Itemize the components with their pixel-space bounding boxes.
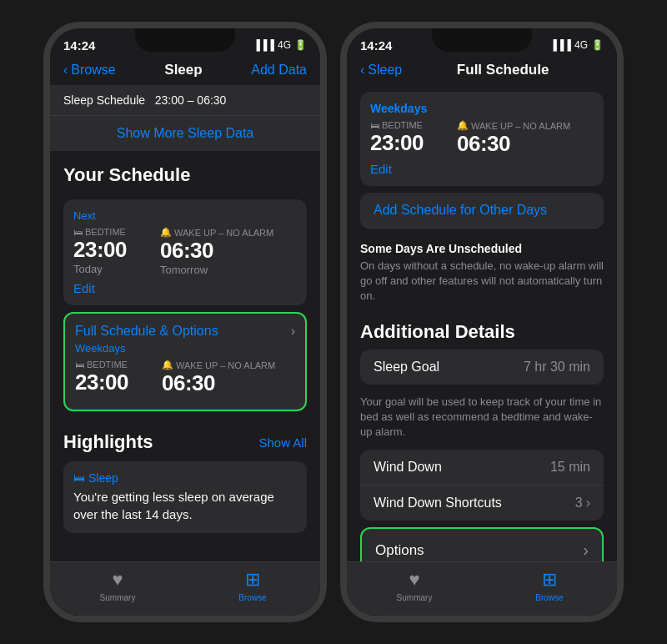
full-schedule-times: 🛏 BEDTIME 23:00 🔔 WAKE UP – NO ALARM 06:… (75, 360, 295, 396)
notch-right (432, 28, 532, 52)
sleep-highlight-text: You're getting less sleep on average ove… (73, 488, 297, 523)
browse-tab-label-right: Browse (535, 593, 563, 602)
network-type-right: 4G (574, 39, 588, 51)
heart-icon-right: ♥ (409, 569, 419, 591)
wakeup-col: 🔔 WAKE UP – NO ALARM 06:30 Tomorrow (160, 227, 273, 276)
bed-icon: 🛏 (73, 227, 83, 237)
tab-bar-right: ♥ Summary ⊞ Browse (347, 561, 617, 616)
sleep-highlight-label: 🛏 Sleep (73, 471, 297, 485)
right-bedtime-label: 🛏 BEDTIME (370, 120, 424, 130)
show-more-button[interactable]: Show More Sleep Data (50, 116, 320, 151)
unscheduled-title: Some Days Are Unscheduled (360, 242, 604, 255)
next-label: Next (73, 209, 297, 222)
schedule-value: 23:00 – 06:30 (155, 93, 227, 107)
tab-browse-right[interactable]: ⊞ Browse (482, 569, 617, 602)
status-icons-right: ▐▐▐ 4G 🔋 (549, 39, 604, 51)
tab-summary-right[interactable]: ♥ Summary (347, 569, 482, 602)
tab-summary-left[interactable]: ♥ Summary (50, 569, 185, 602)
tab-bar-left: ♥ Summary ⊞ Browse (50, 561, 320, 616)
right-edit-link[interactable]: Edit (370, 162, 594, 176)
full-schedule-label: Full Schedule & Options (75, 324, 218, 339)
additional-details-title: Additional Details (347, 311, 617, 350)
time-left: 14:24 (63, 38, 95, 53)
details-card: Sleep Goal 7 hr 30 min (360, 350, 604, 385)
next-schedule-card: Next 🛏 BEDTIME 23:00 Today � (63, 199, 307, 305)
full-alarm-icon: 🔔 (162, 360, 173, 370)
right-sleep-row: 🛏 BEDTIME 23:00 🔔 WAKE UP – NO ALARM 06:… (370, 120, 594, 157)
chevron-shortcuts-icon: › (586, 496, 590, 511)
wind-down-shortcuts-value: 3 › (575, 496, 590, 511)
left-content: Sleep Schedule 23:00 – 06:30 Show More S… (50, 85, 320, 561)
wind-down-card: Wind Down 15 min Wind Down Shortcuts 3 › (360, 450, 604, 521)
unscheduled-section: Some Days Are Unscheduled On days withou… (347, 235, 617, 311)
page-title-left: Sleep (164, 62, 202, 78)
back-button-left[interactable]: ‹ Browse (63, 63, 116, 78)
network-type: 4G (278, 39, 291, 51)
full-wakeup-label: 🔔 WAKE UP – NO ALARM (162, 360, 275, 370)
battery-icon: 🔋 (294, 39, 307, 51)
right-bedtime-col: 🛏 BEDTIME 23:00 (370, 120, 424, 157)
alarm-icon: 🔔 (160, 227, 172, 238)
full-wakeup-value: 06:30 (162, 370, 275, 396)
wakeup-label: 🔔 WAKE UP – NO ALARM (160, 227, 273, 238)
unscheduled-text: On days without a schedule, no wake-up a… (360, 255, 604, 308)
bedtime-col: 🛏 BEDTIME 23:00 Today (73, 227, 127, 276)
right-bed-icon: 🛏 (370, 120, 379, 130)
wakeup-day: Tomorrow (160, 264, 273, 276)
summary-tab-label-right: Summary (397, 593, 433, 602)
full-bedtime-col: 🛏 BEDTIME 23:00 (75, 360, 128, 396)
sleep-icon: 🛏 (73, 471, 85, 485)
schedule-bar: Sleep Schedule 23:00 – 06:30 (50, 85, 320, 116)
grid-icon-right: ⊞ (542, 569, 557, 591)
sleep-goal-value: 7 hr 30 min (524, 360, 590, 375)
bedtime-value: 23:00 (73, 237, 127, 263)
wakeup-value: 06:30 (160, 238, 273, 264)
bedtime-day: Today (73, 263, 127, 275)
your-schedule-title: Your Schedule (50, 151, 320, 193)
right-wakeup-value: 06:30 (457, 131, 570, 157)
grid-icon-left: ⊞ (245, 569, 260, 591)
full-schedule-weekdays: Weekdays (75, 342, 295, 355)
sleep-goal-row: Sleep Goal 7 hr 30 min (360, 350, 604, 385)
status-icons-left: ▐▐▐ 4G 🔋 (253, 39, 307, 51)
options-label: Options (375, 542, 424, 559)
add-schedule-button[interactable]: Add Schedule for Other Days (360, 193, 604, 229)
summary-tab-label-left: Summary (100, 593, 136, 602)
wind-down-value: 15 min (550, 460, 590, 475)
edit-schedule-link[interactable]: Edit (73, 281, 297, 295)
sleep-goal-note: Your goal will be used to keep track of … (347, 391, 617, 450)
add-data-button[interactable]: Add Data (251, 63, 307, 78)
full-bedtime-value: 23:00 (75, 370, 128, 395)
browse-tab-label-left: Browse (238, 593, 266, 602)
nav-bar-left: ‹ Browse Sleep Add Data (50, 58, 320, 85)
wind-down-shortcuts-label: Wind Down Shortcuts (374, 496, 502, 511)
show-all-button[interactable]: Show All (258, 435, 307, 450)
bedtime-label: 🛏 BEDTIME (73, 227, 127, 237)
notch (135, 28, 235, 52)
options-chevron-icon: › (583, 541, 589, 560)
sleep-highlight-card: 🛏 Sleep You're getting less sleep on ave… (63, 461, 307, 533)
battery-icon-right: 🔋 (591, 39, 604, 51)
full-bedtime-label: 🛏 BEDTIME (75, 360, 128, 370)
full-schedule-title: Full Schedule & Options › (75, 324, 295, 339)
full-bed-icon: 🛏 (75, 360, 84, 370)
time-right: 14:24 (360, 38, 392, 53)
weekdays-header: Weekdays (370, 102, 594, 120)
back-button-right[interactable]: ‹ Sleep (360, 63, 402, 78)
weekdays-card: Weekdays 🛏 BEDTIME 23:00 🔔 (360, 92, 604, 186)
full-wakeup-col: 🔔 WAKE UP – NO ALARM 06:30 (162, 360, 275, 396)
chevron-right-icon: › (291, 324, 295, 339)
tab-browse-left[interactable]: ⊞ Browse (185, 569, 320, 602)
signal-bars: ▐▐▐ (253, 39, 274, 51)
heart-icon-left: ♥ (112, 569, 123, 591)
options-card[interactable]: Options › (360, 527, 604, 561)
page-title-right: Full Schedule (457, 62, 549, 78)
wind-down-label: Wind Down (374, 460, 442, 475)
highlights-title: Highlights (63, 431, 153, 453)
right-wakeup-col: 🔔 WAKE UP – NO ALARM 06:30 (457, 120, 570, 157)
wind-down-shortcuts-row[interactable]: Wind Down Shortcuts 3 › (360, 486, 604, 521)
full-schedule-card[interactable]: Full Schedule & Options › Weekdays 🛏 BED… (63, 312, 307, 411)
signal-bars-right: ▐▐▐ (549, 39, 571, 51)
right-content: Weekdays 🛏 BEDTIME 23:00 🔔 (347, 85, 617, 561)
sleep-goal-label: Sleep Goal (374, 360, 439, 375)
